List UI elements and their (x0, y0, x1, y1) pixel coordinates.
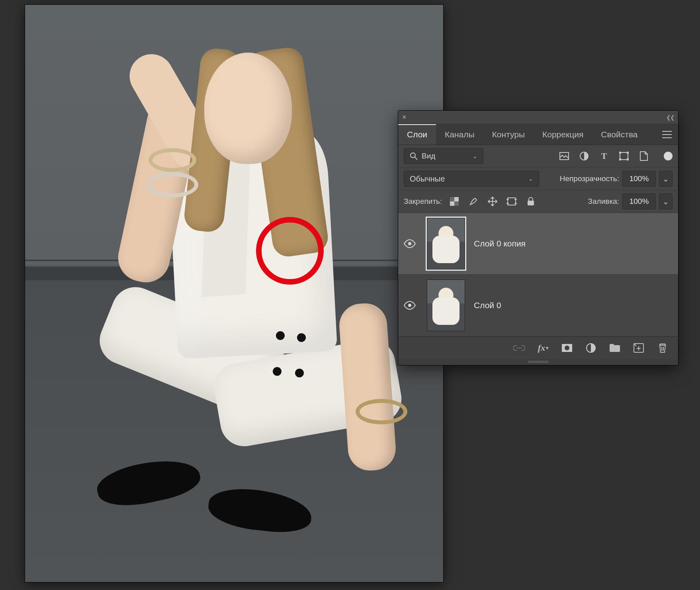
layers-list: Слой 0 копия Слой 0 (398, 213, 678, 336)
new-group-icon[interactable] (609, 342, 621, 354)
visibility-toggle-icon[interactable] (404, 239, 418, 248)
tab-adjustments[interactable]: Коррекция (534, 124, 592, 145)
delete-layer-icon[interactable] (657, 342, 669, 354)
tab-properties[interactable]: Свойства (592, 124, 646, 145)
filter-toggle-switch[interactable] (664, 152, 673, 160)
filter-kind-label: Вид (422, 152, 435, 160)
filter-adjustment-icon[interactable] (579, 150, 590, 162)
filter-smartobject-icon[interactable] (638, 150, 649, 162)
layer-thumbnail[interactable] (427, 279, 465, 331)
lock-artboard-icon[interactable] (506, 195, 518, 207)
lock-all-icon[interactable] (525, 195, 537, 207)
panel-close-icon[interactable]: × (402, 113, 407, 121)
layer-fx-icon[interactable]: fx▾ (537, 342, 549, 354)
filter-kind-dropdown[interactable]: Вид ⌄ (404, 148, 483, 164)
fill-stepper[interactable]: ⌄ (659, 193, 673, 209)
document-canvas[interactable] (25, 5, 443, 582)
layer-row[interactable]: Слой 0 копия (398, 213, 678, 275)
panel-resize-handle[interactable] (398, 359, 678, 365)
visibility-toggle-icon[interactable] (404, 301, 418, 310)
layer-thumbnail[interactable] (427, 218, 465, 270)
svg-rect-13 (528, 201, 534, 205)
new-adjustment-layer-icon[interactable] (585, 342, 597, 354)
svg-rect-11 (454, 201, 459, 206)
layer-filter-row: Вид ⌄ T (398, 145, 678, 168)
opacity-field[interactable]: 100% (622, 171, 656, 187)
blend-mode-dropdown[interactable]: Обычные ⌄ (404, 171, 539, 187)
search-icon (410, 152, 418, 160)
tab-paths[interactable]: Контуры (483, 124, 534, 145)
lock-pixels-icon[interactable] (467, 195, 479, 207)
fill-field[interactable]: 100% (622, 193, 656, 209)
svg-rect-7 (619, 158, 621, 160)
chevron-down-icon: ⌄ (473, 153, 477, 159)
svg-point-15 (408, 304, 411, 307)
layers-panel: × ❮❮ Слои Каналы Контуры Коррекция Свойс… (398, 111, 678, 365)
opacity-label: Непрозрачность: (560, 174, 619, 183)
svg-point-17 (565, 346, 569, 350)
annotation-red-circle (256, 217, 324, 285)
lock-transparency-icon[interactable] (448, 195, 460, 207)
svg-rect-6 (627, 152, 629, 154)
svg-line-1 (415, 157, 417, 160)
add-mask-icon[interactable] (561, 342, 573, 354)
tab-layers[interactable]: Слои (398, 124, 436, 145)
filter-shape-icon[interactable] (618, 150, 630, 162)
panel-titlebar[interactable]: × ❮❮ (398, 111, 678, 124)
new-layer-icon[interactable] (633, 342, 645, 354)
link-layers-icon[interactable] (513, 342, 525, 354)
photo-subject (73, 25, 407, 558)
layer-row[interactable]: Слой 0 (398, 275, 678, 336)
chevron-down-icon: ⌄ (528, 176, 533, 182)
lock-position-icon[interactable] (487, 195, 499, 207)
panel-tabs: Слои Каналы Контуры Коррекция Свойства (398, 124, 678, 145)
svg-rect-12 (508, 198, 516, 205)
svg-point-0 (411, 153, 415, 158)
opacity-stepper[interactable]: ⌄ (659, 171, 673, 187)
panel-menu-icon[interactable] (656, 131, 678, 138)
svg-rect-5 (619, 152, 621, 154)
svg-point-14 (408, 242, 411, 245)
svg-rect-8 (627, 158, 629, 160)
tab-channels[interactable]: Каналы (436, 124, 483, 145)
blend-row: Обычные ⌄ Непрозрачность: 100% ⌄ (398, 168, 678, 190)
blend-mode-value: Обычные (410, 174, 445, 184)
panel-collapse-icon[interactable]: ❮❮ (666, 114, 674, 121)
layer-name-label[interactable]: Слой 0 копия (474, 239, 526, 248)
lock-label: Закрепить: (404, 197, 442, 206)
layer-name-label[interactable]: Слой 0 (474, 301, 501, 310)
filter-type-icon[interactable]: T (598, 150, 610, 162)
filter-pixel-icon[interactable] (559, 150, 570, 162)
fill-label: Заливка: (588, 197, 619, 206)
svg-rect-10 (450, 197, 454, 201)
layers-footer: fx▾ (398, 336, 678, 359)
lock-row: Закрепить: Заливка: 100% ⌄ (398, 190, 678, 213)
